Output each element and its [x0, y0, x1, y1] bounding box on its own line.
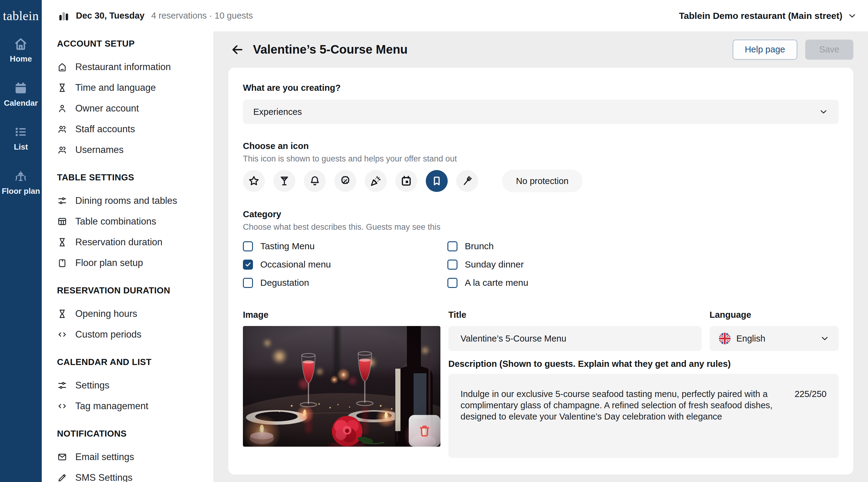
sidebar-item-tag-management[interactable]: Tag management — [57, 396, 213, 417]
category-option-a-la-carte-menu[interactable]: A la carte menu — [447, 278, 528, 288]
nav-item-home[interactable]: Home — [10, 37, 32, 63]
category-hint: Choose what best describes this. Guests … — [243, 222, 839, 232]
creating-select[interactable]: Experiences — [243, 100, 839, 124]
bell-icon-option[interactable] — [304, 170, 326, 192]
category-option-brunch[interactable]: Brunch — [447, 241, 528, 251]
category-option-label: Degustation — [260, 278, 309, 288]
experience-image — [243, 326, 440, 447]
pencil-icon — [57, 473, 67, 482]
sidebar-item-email-settings[interactable]: Email settings — [57, 447, 213, 468]
bookmark-icon-option[interactable] — [426, 170, 448, 192]
category-option-label: A la carte menu — [465, 278, 528, 288]
category-option-sunday-dinner[interactable]: Sunday dinner — [447, 259, 528, 270]
category-label: Category — [243, 209, 839, 219]
sidebar-item-label: Reservation duration — [75, 237, 162, 248]
help-page-button[interactable]: Help page — [733, 40, 797, 60]
sidebar-item-label: Owner account — [75, 103, 139, 114]
creating-value: Experiences — [253, 107, 302, 117]
sidebar-item-settings[interactable]: Settings — [57, 375, 213, 396]
chevron-down-icon — [820, 333, 830, 343]
primary-sidebar: tablein HomeCalendarListFloor plan — [0, 0, 42, 482]
page-header: Valentine’s 5-Course Menu Help page Save — [213, 31, 868, 68]
sidebar-item-time-and-language[interactable]: Time and language — [57, 77, 213, 98]
description-text: Indulge in our exclusive 5-course seafoo… — [461, 388, 786, 422]
sidebar-item-label: Opening hours — [75, 308, 137, 319]
sidebar-item-usernames[interactable]: Usernames — [57, 139, 213, 160]
main-area: Valentine’s 5-Course Menu Help page Save… — [213, 31, 868, 482]
nav-item-floor-plan[interactable]: Floor plan — [2, 169, 40, 196]
sidebar-item-owner-account[interactable]: Owner account — [57, 98, 213, 119]
sidebar-item-label: Usernames — [75, 144, 124, 155]
calendar-icon-option[interactable] — [395, 170, 417, 192]
language-select[interactable]: English — [710, 326, 839, 351]
sidebar-item-custom-periods[interactable]: Custom periods — [57, 324, 213, 345]
nav-item-list[interactable]: List — [14, 125, 28, 152]
sidebar-item-staff-accounts[interactable]: Staff accounts — [57, 119, 213, 139]
app-logo[interactable]: tablein — [0, 0, 42, 31]
category-option-occasional-menu[interactable]: Occasional menu — [243, 259, 447, 270]
hourglass-icon — [57, 83, 67, 93]
category-options: Tasting MenuOccasional menuDegustationBr… — [243, 241, 839, 288]
sidebar-item-floor-plan-setup[interactable]: Floor plan setup — [57, 253, 213, 273]
home-icon — [14, 37, 28, 51]
sidebar-item-restaurant-information[interactable]: Restaurant information — [57, 57, 213, 77]
sidebar-item-label: SMS Settings — [75, 472, 132, 482]
description-textarea[interactable]: Indulge in our exclusive 5-course seafoo… — [448, 374, 839, 458]
sidebar-item-reservation-duration[interactable]: Reservation duration — [57, 232, 213, 253]
calendar-icon — [14, 81, 28, 95]
code-icon — [57, 401, 67, 411]
nav-item-calendar[interactable]: Calendar — [4, 81, 38, 107]
floor-plan-icon — [14, 169, 28, 183]
shell: Dec 30, Tuesday 4 reservations · 10 gues… — [42, 0, 868, 482]
checkbox[interactable] — [447, 241, 458, 251]
category-option-tasting-menu[interactable]: Tasting Menu — [243, 241, 447, 251]
fork-icon-option[interactable] — [456, 170, 478, 192]
form-card: What are you creating? Experiences Choos… — [228, 68, 854, 475]
sidebar-item-label: Email settings — [75, 452, 134, 462]
page-title: Valentine’s 5-Course Menu — [253, 43, 408, 56]
checkbox[interactable] — [447, 278, 458, 288]
topbar-date: Dec 30, Tuesday — [76, 11, 145, 21]
uk-flag-icon — [719, 332, 731, 345]
badge-percent-icon-option[interactable] — [334, 170, 356, 192]
list-icon — [14, 125, 28, 139]
hourglass-icon — [57, 237, 67, 247]
no-protection-pill[interactable]: No protection — [502, 170, 583, 192]
checkbox[interactable] — [243, 241, 253, 251]
martini-icon-option[interactable] — [273, 170, 295, 192]
char-counter: 225/250 — [795, 389, 827, 399]
party-popper-icon-option[interactable] — [365, 170, 387, 192]
restaurant-selector[interactable]: Tablein Demo restaurant (Main street) — [679, 11, 857, 21]
title-input[interactable]: Valentine’s 5-Course Menu — [448, 326, 702, 351]
code-icon — [57, 329, 67, 340]
sidebar-section-title: TABLE SETTINGS — [57, 172, 213, 183]
sidebar-item-dining-rooms-and-tables[interactable]: Dining rooms and tables — [57, 190, 213, 211]
sidebar-item-table-combinations[interactable]: Table combinations — [57, 211, 213, 232]
creating-label: What are you creating? — [243, 83, 839, 93]
checkbox-checked[interactable] — [243, 260, 253, 270]
sidebar-section-title: ACCOUNT SETUP — [57, 39, 213, 49]
user-icon — [57, 103, 67, 114]
checkbox[interactable] — [243, 278, 253, 288]
sidebar-section-table-settings: TABLE SETTINGSDining rooms and tablesTab… — [57, 172, 213, 273]
checkbox[interactable] — [447, 260, 458, 270]
language-field-group: Language English — [710, 310, 839, 351]
sidebar-item-opening-hours[interactable]: Opening hours — [57, 303, 213, 324]
category-option-degustation[interactable]: Degustation — [243, 278, 447, 288]
sidebar-item-sms-settings[interactable]: SMS Settings — [57, 468, 213, 482]
sidebar-item-label: Restaurant information — [75, 62, 171, 72]
star-icon-option[interactable] — [243, 170, 265, 192]
sidebar-section-title: RESERVATION DURATION — [57, 286, 213, 295]
settings-sidebar: ACCOUNT SETUPRestaurant informationTime … — [42, 31, 213, 482]
users-icon — [57, 124, 67, 134]
delete-image-button[interactable] — [409, 415, 440, 447]
header-actions: Help page Save — [733, 40, 854, 60]
sidebar-item-label: Tag management — [75, 400, 148, 412]
media-and-text-section: Image — [243, 310, 839, 458]
topbar: Dec 30, Tuesday 4 reservations · 10 gues… — [42, 0, 868, 31]
text-fields-column: Title Valentine’s 5-Course Menu Language… — [448, 310, 839, 458]
back-button[interactable] — [230, 43, 244, 57]
primary-nav: HomeCalendarListFloor plan — [2, 37, 40, 213]
icon-section-label: Choose an icon — [243, 141, 839, 151]
save-button[interactable]: Save — [805, 40, 854, 60]
